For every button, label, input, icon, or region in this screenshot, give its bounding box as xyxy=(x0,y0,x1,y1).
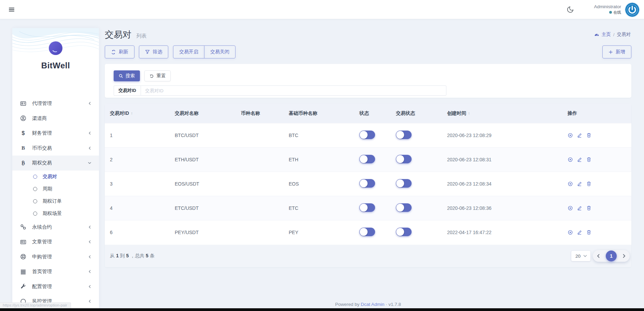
refresh-button[interactable]: 刷新 xyxy=(105,45,134,58)
pagination-controls: 1 xyxy=(593,250,630,262)
plus-icon xyxy=(609,50,613,54)
grid-toolbar: 刷新 筛选 交易开启 交易关闭 新增 xyxy=(105,45,631,58)
sidebar-item-label: 期权场景 xyxy=(43,211,62,217)
user-avatar-power-icon[interactable] xyxy=(625,3,639,17)
chevron-left-icon xyxy=(88,299,91,303)
view-eye-icon[interactable] xyxy=(568,181,573,187)
dollar-icon: $ xyxy=(20,130,27,136)
delete-trash-icon[interactable] xyxy=(586,205,591,211)
trade-status-toggle[interactable] xyxy=(396,179,412,188)
sidebar-subitem-option-orders[interactable]: 期权订单 xyxy=(12,195,99,207)
chevron-left-icon xyxy=(88,131,91,135)
sidebar-item-agent-management[interactable]: 代理管理 xyxy=(12,96,99,111)
sidebar-item-spot-trading[interactable]: B 币币交易 xyxy=(12,141,99,156)
sidebar-item-perpetual-contract[interactable]: 永续合约 xyxy=(12,220,99,235)
sidebar-menu: 代理管理 渠道商 $ 财务管理 B 币币交易 B 期权交易 交易对 周期 xyxy=(12,96,99,308)
search-reset-button[interactable]: 重置 xyxy=(144,70,171,81)
sidebar-item-article-management[interactable]: 文章管理 xyxy=(12,234,99,249)
chain-link-icon xyxy=(20,224,27,230)
sidebar-subitem-period[interactable]: 周期 xyxy=(12,183,99,195)
cell-base-coin: ETC xyxy=(289,205,359,211)
circle-icon xyxy=(33,199,37,203)
delete-trash-icon[interactable] xyxy=(586,133,591,138)
delete-trash-icon[interactable] xyxy=(586,181,591,187)
next-page-button[interactable] xyxy=(622,254,626,258)
user-block[interactable]: Administrator 在线 xyxy=(594,4,621,15)
user-circle-icon xyxy=(20,115,27,121)
edit-pencil-icon[interactable] xyxy=(577,157,582,162)
view-eye-icon[interactable] xyxy=(568,133,573,138)
user-name: Administrator xyxy=(594,4,621,10)
sort-up-icon[interactable]: ↑ xyxy=(468,111,470,116)
column-header[interactable]: 创建时间↑ xyxy=(447,110,568,117)
trade-close-button[interactable]: 交易关闭 xyxy=(204,45,235,58)
table-row: 4 ETC/USDT ETC 2020-06-23 12:08:36 xyxy=(105,196,631,220)
letter-b-icon: B xyxy=(20,145,27,151)
top-navbar: Administrator 在线 xyxy=(0,0,644,19)
delete-trash-icon[interactable] xyxy=(586,157,591,162)
edit-pencil-icon[interactable] xyxy=(577,205,582,211)
create-button[interactable]: 新增 xyxy=(602,45,631,58)
cell-created-at: 2020-06-23 12:08:29 xyxy=(447,133,568,138)
chevron-down-icon xyxy=(88,161,91,165)
sort-up-icon[interactable]: ↑ xyxy=(131,111,133,116)
sidebar-item-label: 期权订单 xyxy=(43,198,62,204)
cell-base-coin: ETH xyxy=(289,157,359,162)
hamburger-menu-icon[interactable] xyxy=(8,6,15,13)
circle-icon xyxy=(33,175,37,179)
search-submit-button[interactable]: 搜索 xyxy=(114,70,140,81)
current-page-button[interactable]: 1 xyxy=(606,251,617,261)
reset-undo-icon xyxy=(149,74,154,78)
filter-button[interactable]: 筛选 xyxy=(139,45,168,58)
previous-page-button[interactable] xyxy=(597,254,600,258)
dashboard-gauge-icon xyxy=(594,32,599,37)
status-toggle[interactable] xyxy=(359,228,375,236)
trading-pair-id-input[interactable] xyxy=(141,85,446,96)
table-footer: 从 1 到 5 ，总共 5 条 20 1 xyxy=(105,245,631,267)
status-toggle[interactable] xyxy=(359,203,375,212)
bitcoin-icon: B xyxy=(20,160,27,166)
view-eye-icon[interactable] xyxy=(568,205,573,211)
status-toggle[interactable] xyxy=(359,131,375,139)
trade-status-toggle[interactable] xyxy=(396,131,412,139)
trade-open-button[interactable]: 交易开启 xyxy=(173,45,204,58)
sidebar-item-options-trading[interactable]: B 期权交易 xyxy=(12,156,99,171)
svg-text:B: B xyxy=(22,160,25,166)
browser-link-preview: https://jys.trx20.top/admin/option-pair xyxy=(0,302,71,308)
sidebar-item-channel-merchant[interactable]: 渠道商 xyxy=(12,111,99,126)
status-toggle[interactable] xyxy=(359,155,375,163)
sidebar-item-subscription-management[interactable]: 申购管理 xyxy=(12,249,99,265)
data-table-card: 交易对ID↑ 交易对名称 币种名称 基础币种名称 状态 交易状态 创建时间↑ 操… xyxy=(105,104,631,267)
status-toggle[interactable] xyxy=(359,179,375,188)
column-header[interactable]: 交易对ID↑ xyxy=(110,110,175,117)
sidebar-logo-area: BitWell xyxy=(12,28,99,68)
trade-status-toggle[interactable] xyxy=(396,155,412,163)
sidebar-item-finance-management[interactable]: $ 财务管理 xyxy=(12,126,99,141)
search-filter-card: 搜索 重置 交易对ID xyxy=(105,64,631,98)
sidebar-item-config-management[interactable]: 配置管理 xyxy=(12,279,99,294)
dcat-admin-link[interactable]: Dcat Admin xyxy=(361,302,384,307)
cell-id: 1 xyxy=(110,133,175,138)
dark-mode-moon-icon[interactable] xyxy=(567,6,574,13)
trade-toggle-button-group: 交易开启 交易关闭 xyxy=(173,45,235,58)
filter-label: 筛选 xyxy=(153,49,162,55)
bitwell-logo-icon xyxy=(48,41,63,55)
sidebar-subitem-trading-pair[interactable]: 交易对 xyxy=(12,171,99,183)
view-eye-icon[interactable] xyxy=(568,230,573,235)
trade-status-toggle[interactable] xyxy=(396,203,412,212)
delete-trash-icon[interactable] xyxy=(586,230,591,235)
edit-pencil-icon[interactable] xyxy=(577,181,582,187)
chevron-left-icon xyxy=(88,146,91,150)
id-card-icon xyxy=(20,100,27,107)
edit-pencil-icon[interactable] xyxy=(577,230,582,235)
sidebar-subitem-option-scene[interactable]: 期权场景 xyxy=(12,207,99,220)
sidebar-item-homepage-management[interactable]: 首页管理 xyxy=(12,264,99,279)
view-eye-icon[interactable] xyxy=(568,157,573,162)
page-size-select[interactable]: 20 xyxy=(571,251,590,261)
edit-pencil-icon[interactable] xyxy=(577,133,582,138)
cell-pair-name: ETH/USDT xyxy=(175,157,241,162)
breadcrumb-home-link[interactable]: 主页 xyxy=(602,31,611,38)
trading-pair-id-field-group: 交易对ID xyxy=(114,85,446,96)
bars-icon xyxy=(20,269,27,275)
trade-status-toggle[interactable] xyxy=(396,228,412,236)
